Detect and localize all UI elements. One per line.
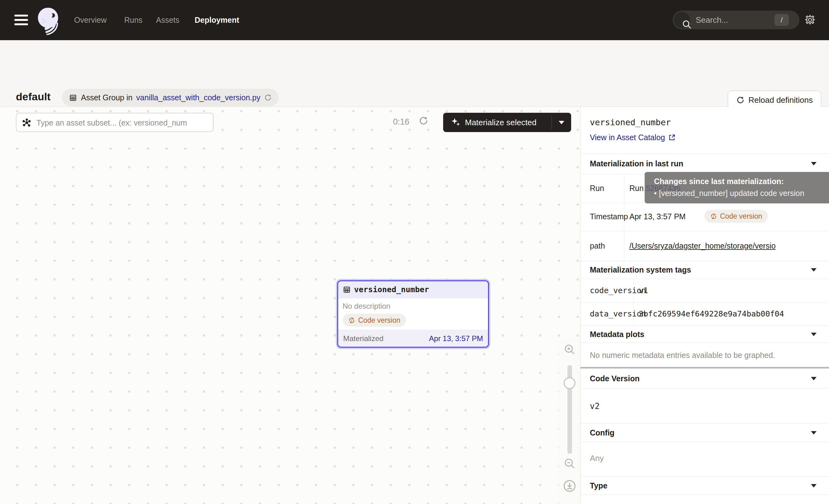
code-version-changed-icon: [348, 317, 355, 324]
view-in-asset-catalog-link[interactable]: View in Asset Catalog: [590, 133, 676, 142]
chip-label: Code version: [720, 212, 762, 220]
collapse-caret-icon: [811, 431, 817, 435]
refresh-timer: 0:16: [393, 117, 409, 127]
path-link[interactable]: /Users/sryza/dagster_home/storage/versio: [629, 242, 829, 250]
zoom-in-icon[interactable]: [563, 343, 576, 356]
section-title: Type: [590, 481, 608, 490]
global-search[interactable]: /: [673, 10, 799, 29]
row-label: code_version: [590, 286, 646, 295]
code-version-chip-label: Code version: [358, 316, 400, 325]
row-label: path: [590, 242, 605, 250]
collapse-caret-icon: [811, 333, 817, 336]
zoom-out-icon[interactable]: [563, 457, 576, 470]
section-system-tags[interactable]: Materialization system tags: [580, 261, 829, 279]
materialized-status: Materialized: [343, 334, 383, 343]
code-version-chip: Code version: [343, 314, 406, 327]
code-version-chip: Code version: [705, 210, 768, 223]
section-code-version[interactable]: Code Version: [580, 369, 829, 389]
asset-node-versioned-number[interactable]: versioned_number No description Code ver…: [337, 280, 489, 348]
dagster-app: Overview Runs Assets Deployment / defaul…: [0, 0, 829, 504]
code-file-link[interactable]: vanilla_asset_with_code_version.py: [136, 93, 260, 102]
timestamp-value: Apr 13, 3:57 PM: [629, 212, 686, 221]
materialized-timestamp[interactable]: Apr 13, 3:57 PM: [429, 334, 483, 343]
menu-icon[interactable]: [14, 15, 28, 25]
page-header: default Asset Group in vanilla_asset_wit…: [0, 40, 829, 107]
materialize-dropdown-toggle[interactable]: [552, 113, 571, 132]
panel-thick-divider: [580, 367, 829, 368]
external-link-icon: [668, 134, 676, 141]
section-title: Materialization in last run: [590, 159, 683, 168]
materialize-selected-button[interactable]: Materialize selected: [443, 113, 571, 132]
reload-definitions-label: Reload definitions: [748, 95, 813, 105]
tooltip-title: Changes since last materialization:: [654, 177, 829, 186]
row-code-version: code_version v1: [580, 279, 829, 302]
config-value: Any: [590, 454, 604, 463]
code-version-changed-icon: [710, 213, 717, 220]
metadata-plots-empty-state: No numeric metadata entries available to…: [590, 351, 775, 360]
badge-prefix: Asset Group in: [81, 93, 132, 102]
nav-overview[interactable]: Overview: [74, 15, 107, 25]
asset-node-footer: Materialized Apr 13, 3:57 PM: [338, 330, 488, 347]
asset-selection-icon: [22, 118, 31, 128]
asset-graph-canvas[interactable]: 0:16 Materialize selected versioned_numb…: [0, 107, 580, 504]
row-label: Run: [590, 184, 604, 193]
section-materialization-last-run[interactable]: Materialization in last run: [580, 153, 829, 174]
dagster-logo-icon[interactable]: [35, 6, 62, 35]
reload-icon: [736, 96, 745, 104]
run-prefix: Run: [629, 184, 644, 192]
collapse-caret-icon: [811, 484, 817, 488]
row-timestamp: Timestamp Apr 13, 3:57 PM Code version: [580, 203, 829, 231]
nav-deployment[interactable]: Deployment: [195, 15, 239, 25]
section-config[interactable]: Config: [580, 423, 829, 442]
section-title: Config: [590, 428, 614, 437]
section-type[interactable]: Type: [580, 476, 829, 495]
changes-tooltip: Changes since last materialization: • [v…: [645, 172, 829, 204]
row-value: v1: [639, 286, 648, 295]
asset-node-description: No description: [343, 302, 483, 311]
nav-assets[interactable]: Assets: [156, 15, 179, 25]
row-label: Timestamp: [590, 212, 628, 221]
graph-refresh-icon[interactable]: [419, 116, 429, 126]
search-input[interactable]: [695, 14, 760, 26]
asset-details-panel: versioned_number View in Asset Catalog M…: [580, 107, 829, 504]
download-image-icon[interactable]: [563, 479, 577, 493]
section-title: Materialization system tags: [590, 265, 691, 275]
reload-definitions-button[interactable]: Reload definitions: [728, 91, 821, 109]
materialize-label: Materialize selected: [465, 118, 537, 128]
row-value: 3bfc269594ef649228e9a74bab00f04: [639, 309, 829, 318]
row-data-version: data_version 3bfc269594ef649228e9a74bab0…: [580, 302, 829, 325]
asset-node-title: versioned_number: [354, 285, 429, 294]
chevron-down-icon: [559, 121, 564, 124]
top-nav: Overview Runs Assets Deployment /: [0, 0, 829, 40]
tooltip-item: • [versioned_number] updated code versio…: [654, 189, 829, 198]
asset-subset-filter[interactable]: [16, 113, 214, 132]
zoom-slider-handle[interactable]: [564, 377, 576, 389]
nav-runs[interactable]: Runs: [124, 15, 142, 25]
collapse-caret-icon: [811, 162, 817, 166]
row-label: data_version: [590, 309, 646, 318]
sparkle-icon: [450, 117, 461, 128]
panel-asset-name: versioned_number: [590, 117, 671, 127]
section-title: Metadata plots: [590, 330, 644, 339]
asset-node-body: No description Code version: [338, 298, 488, 327]
refresh-icon[interactable]: [264, 94, 272, 102]
section-title: Code Version: [590, 374, 640, 383]
asset-subset-input[interactable]: [36, 116, 210, 129]
section-metadata-plots[interactable]: Metadata plots: [580, 325, 829, 343]
table-icon: [343, 285, 351, 294]
collapse-caret-icon: [811, 268, 817, 272]
row-path: path /Users/sryza/dagster_home/storage/v…: [580, 231, 829, 261]
page-title: default: [16, 91, 50, 103]
collapse-caret-icon: [811, 377, 817, 380]
code-version-value: v2: [590, 401, 600, 411]
search-icon: [674, 12, 690, 28]
catalog-link-label: View in Asset Catalog: [590, 133, 665, 142]
settings-gear-icon[interactable]: [804, 14, 816, 26]
asset-node-header: versioned_number: [338, 281, 488, 298]
search-shortcut-key: /: [774, 14, 789, 26]
grid-icon: [69, 94, 77, 102]
asset-group-badge: Asset Group in vanilla_asset_with_code_v…: [62, 89, 279, 106]
